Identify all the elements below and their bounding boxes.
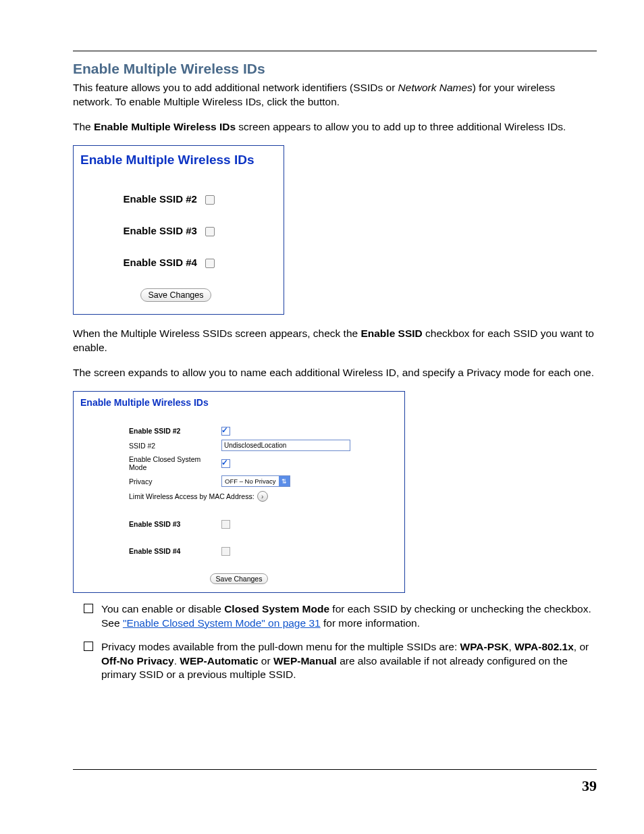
panel2-privacy-value: OFF – No Privacy [222, 477, 279, 485]
panel2-mac-go-button[interactable]: › [257, 491, 268, 502]
mid-1b-bold: Enable SSID [360, 328, 422, 339]
bullet2-bold-wepauto: WEP-Automatic [180, 655, 258, 667]
bullet2-sep4: or [259, 655, 273, 667]
bullet2-sep3: . [174, 655, 180, 667]
bullet2-sep2: , or [574, 641, 589, 652]
bullet2-bold-wpa8021x: WPA-802.1x [514, 641, 574, 652]
panel2-row-privacy: Privacy OFF – No Privacy ⇅ [80, 475, 398, 487]
intro-1a: This feature allows you to add additiona… [73, 82, 398, 93]
page-number: 39 [582, 777, 597, 795]
panel1-title: Enable Multiple Wireless IDs [80, 153, 271, 167]
panel2-row-enable-ssid3: Enable SSID #3 [80, 519, 398, 529]
bullet1-a: You can enable or disable [101, 603, 224, 615]
panel-enable-multiple-wireless-ids-expanded: Enable Multiple Wireless IDs Enable SSID… [73, 391, 405, 593]
panel1-row-ssid4: Enable SSID #4 [80, 257, 271, 268]
panel1-save-button[interactable]: Save Changes [140, 288, 211, 302]
mid-paragraph-1: When the Multiple Wireless SSIDs screen … [73, 327, 597, 355]
panel1-ssid4-label: Enable SSID #4 [124, 257, 197, 268]
closed-system-mode-link[interactable]: "Enable Closed System Mode" on page 31 [123, 617, 321, 629]
panel2-ssid2-label: SSID #2 [80, 442, 216, 450]
intro-2c: screen appears to allow you to add up to… [236, 121, 566, 132]
list-item: You can enable or disable Closed System … [84, 602, 597, 631]
intro-2b-bold: Enable Multiple Wireless IDs [94, 121, 236, 132]
mid-1a: When the Multiple Wireless SSIDs screen … [73, 328, 360, 339]
bullet2-bold-wepmanual: WEP-Manual [273, 655, 337, 667]
panel1-row-ssid2: Enable SSID #2 [80, 193, 271, 205]
panel2-closed-system-checkbox[interactable] [221, 459, 230, 468]
bullet2-a: Privacy modes available from the pull-do… [101, 641, 460, 652]
panel2-privacy-label: Privacy [80, 477, 216, 486]
bullet1-bold: Closed System Mode [224, 603, 329, 615]
dropdown-arrows-icon: ⇅ [279, 476, 290, 486]
panel2-mac-label: Limit Wireless Access by MAC Address: [80, 492, 254, 500]
bullet1-c: for more information. [321, 617, 420, 629]
bottom-rule [73, 769, 597, 770]
top-rule [73, 51, 597, 51]
enable-ssid-2-checkbox[interactable] [205, 195, 215, 205]
list-item: Privacy modes available from the pull-do… [84, 640, 597, 683]
panel1-ssid3-label: Enable SSID #3 [124, 225, 197, 236]
panel1-ssid2-label: Enable SSID #2 [124, 193, 197, 205]
panel2-save-button[interactable]: Save Changes [210, 573, 269, 584]
panel2-enable-ssid3-checkbox[interactable] [221, 520, 230, 529]
panel2-row-enable-ssid2: Enable SSID #2 [80, 427, 398, 436]
panel2-enable-ssid3-label: Enable SSID #3 [80, 520, 216, 528]
panel2-privacy-select[interactable]: OFF – No Privacy ⇅ [221, 475, 290, 487]
panel2-row-ssid2-name: SSID #2 [80, 440, 398, 451]
panel2-enable-ssid4-checkbox[interactable] [221, 547, 230, 556]
intro-1b-italic: Network Names [398, 82, 473, 93]
bullet2-bold-wpapsk: WPA-PSK [460, 641, 509, 652]
panel-enable-multiple-wireless-ids-basic: Enable Multiple Wireless IDs Enable SSID… [73, 145, 284, 315]
intro-paragraph-1: This feature allows you to add additiona… [73, 81, 597, 109]
panel2-closed-system-label: Enable Closed System Mode [80, 455, 216, 471]
panel2-enable-ssid2-checkbox[interactable] [221, 427, 230, 436]
panel2-title: Enable Multiple Wireless IDs [80, 397, 398, 408]
panel1-row-ssid3: Enable SSID #3 [80, 225, 271, 236]
bullet2-sep1: , [509, 641, 515, 652]
panel2-row-enable-ssid4: Enable SSID #4 [80, 546, 398, 556]
panel2-row-mac-limit: Limit Wireless Access by MAC Address: › [80, 491, 398, 502]
intro-2a: The [73, 121, 94, 132]
section-heading: Enable Multiple Wireless IDs [73, 61, 597, 77]
chevron-right-icon: › [261, 493, 263, 500]
panel2-ssid2-input[interactable] [221, 440, 350, 451]
bullet2-bold-offnopriv: Off-No Privacy [101, 655, 174, 667]
panel2-enable-ssid2-label: Enable SSID #2 [80, 427, 216, 435]
mid-paragraph-2: The screen expands to allow you to name … [73, 366, 597, 380]
notes-list: You can enable or disable Closed System … [84, 602, 597, 683]
enable-ssid-3-checkbox[interactable] [205, 227, 215, 236]
panel2-enable-ssid4-label: Enable SSID #4 [80, 547, 216, 555]
intro-paragraph-2: The Enable Multiple Wireless IDs screen … [73, 120, 597, 134]
panel2-row-closed-system: Enable Closed System Mode [80, 455, 398, 471]
enable-ssid-4-checkbox[interactable] [205, 259, 215, 268]
